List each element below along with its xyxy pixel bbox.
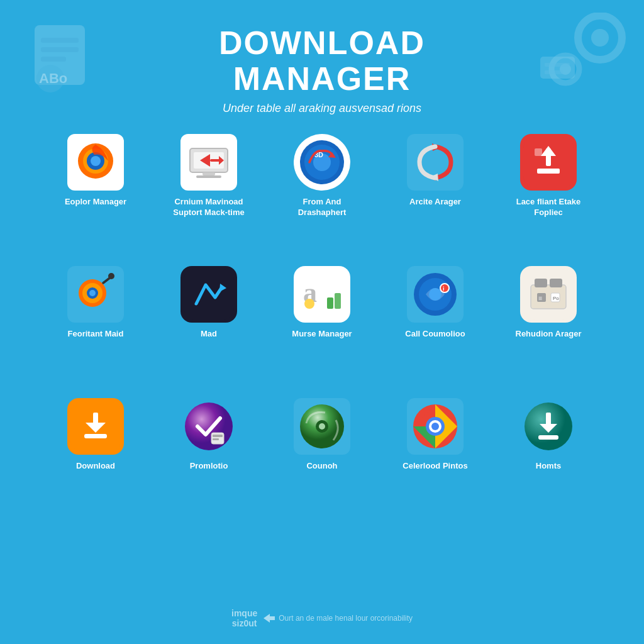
app-icon-feoritant [67, 266, 124, 323]
app-feoritant[interactable]: Feoritant Maid [45, 266, 146, 392]
svg-point-44 [108, 273, 114, 279]
app-label-call: Call Coumolioo [405, 329, 465, 340]
app-label-arcite: Arcite Arager [409, 197, 461, 208]
app-icon-arcite [407, 134, 464, 191]
app-icon-mad [180, 266, 237, 323]
svg-text:ABo: ABo [39, 70, 67, 86]
app-promlotio[interactable]: Promlotio [158, 398, 259, 524]
app-icon-murse: a [294, 266, 350, 323]
app-label-homts: Homts [536, 461, 561, 472]
svg-rect-60 [550, 279, 562, 287]
svg-rect-49 [327, 297, 333, 309]
app-icon-rehudion: Po ☰ [520, 266, 577, 323]
app-label-feoritant: Feoritant Maid [68, 329, 124, 340]
svg-rect-10 [540, 57, 575, 79]
watermark-desc: Ourt an de male henal lour orcorinabilit… [279, 614, 413, 623]
app-label-mad: Mad [201, 329, 217, 340]
svg-point-69 [185, 402, 233, 450]
app-icon-call: i [407, 266, 464, 323]
deco-left: ABo [25, 19, 107, 101]
svg-rect-11 [545, 63, 570, 67]
app-from-and[interactable]: 3D From And Drashaphert [272, 134, 372, 260]
app-label-crnium: Crnium Mavinoad Suptort Mack-time [165, 197, 253, 218]
app-murse[interactable]: a Murse Manager [272, 266, 372, 392]
app-icon-from-and: 3D [294, 134, 350, 191]
app-label-lace-fliant: Lace fliant Etake Fopliec [504, 197, 592, 218]
svg-rect-38 [535, 148, 542, 156]
svg-rect-3 [41, 57, 66, 62]
app-call[interactable]: i Call Coumolioo [385, 266, 486, 392]
app-icon-download [67, 398, 124, 455]
app-rehudion[interactable]: Po ☰ Rehudion Arager [498, 266, 599, 392]
svg-rect-45 [184, 269, 234, 319]
header: DOWNLOAD MANAGER Under table all araking… [219, 0, 425, 115]
app-icon-counoh [294, 398, 350, 455]
svg-point-54 [429, 288, 441, 301]
main-container: ABo DOWNLOAD MANAGER Under table all ara… [0, 0, 644, 644]
footer-watermark: imque siz0ut Ourt an de male henal lour … [231, 608, 413, 628]
app-counoh[interactable]: Counoh [272, 398, 372, 524]
app-label-celerlood: Celerlood Pintos [402, 461, 467, 472]
svg-rect-72 [213, 438, 219, 440]
watermark-line1: imque [231, 608, 257, 618]
svg-point-42 [89, 290, 96, 296]
app-download[interactable]: Download [45, 398, 146, 524]
svg-rect-82 [538, 435, 558, 440]
svg-text:i: i [443, 286, 445, 292]
svg-point-80 [431, 423, 439, 430]
app-label-explorer: Eoplor Manager [65, 197, 126, 208]
watermark-line2: siz0ut [231, 618, 257, 628]
app-icon-explorer [67, 134, 124, 191]
app-label-download: Download [76, 461, 115, 472]
svg-rect-71 [213, 435, 223, 437]
app-icon-celerlood [407, 398, 464, 455]
watermark-text: imque siz0ut [231, 608, 257, 628]
app-mad[interactable]: Mad [158, 266, 259, 392]
app-label-counoh: Counoh [306, 461, 337, 472]
svg-rect-12 [545, 70, 564, 74]
header-subtitle: Under table all araking ausvensad rions [219, 102, 425, 115]
svg-rect-59 [535, 279, 547, 287]
app-explorer-manager[interactable]: Eoplor Manager [45, 134, 146, 260]
page-title: DOWNLOAD MANAGER [219, 25, 425, 97]
svg-point-7 [591, 29, 609, 47]
svg-text:Po: Po [553, 296, 559, 301]
app-label-from-and: From And Drashaphert [278, 197, 366, 218]
app-label-rehudion: Rehudion Arager [516, 329, 582, 340]
svg-text:☰: ☰ [538, 296, 542, 301]
svg-point-75 [319, 423, 325, 430]
app-icon-homts [520, 398, 577, 455]
svg-rect-58 [531, 285, 566, 309]
app-label-promlotio: Promlotio [190, 461, 228, 472]
svg-rect-66 [84, 434, 107, 438]
svg-point-17 [91, 156, 101, 166]
svg-rect-24 [203, 172, 215, 175]
svg-point-55 [440, 284, 449, 292]
app-homts[interactable]: Homts [498, 398, 599, 524]
app-arcite[interactable]: Arcite Arager [385, 134, 486, 260]
svg-rect-50 [335, 293, 341, 309]
svg-rect-35 [537, 169, 560, 174]
deco-right [531, 13, 625, 107]
app-crnium[interactable]: Crnium Mavinoad Suptort Mack-time [158, 134, 259, 260]
app-icon-promlotio [180, 398, 237, 455]
app-icon-lace-fliant [520, 134, 577, 191]
app-lace-fliant[interactable]: Lace fliant Etake Fopliec [498, 134, 599, 260]
app-celerlood[interactable]: Celerlood Pintos [385, 398, 486, 524]
svg-marker-85 [264, 614, 275, 623]
svg-rect-2 [41, 47, 79, 52]
svg-rect-25 [196, 175, 221, 178]
app-label-murse: Murse Manager [292, 329, 352, 340]
app-icon-crnium [180, 134, 237, 191]
svg-rect-1 [41, 38, 79, 43]
svg-point-51 [304, 299, 314, 309]
apps-grid: Eoplor Manager Crnium Mavinoad Suptort M… [20, 134, 624, 524]
